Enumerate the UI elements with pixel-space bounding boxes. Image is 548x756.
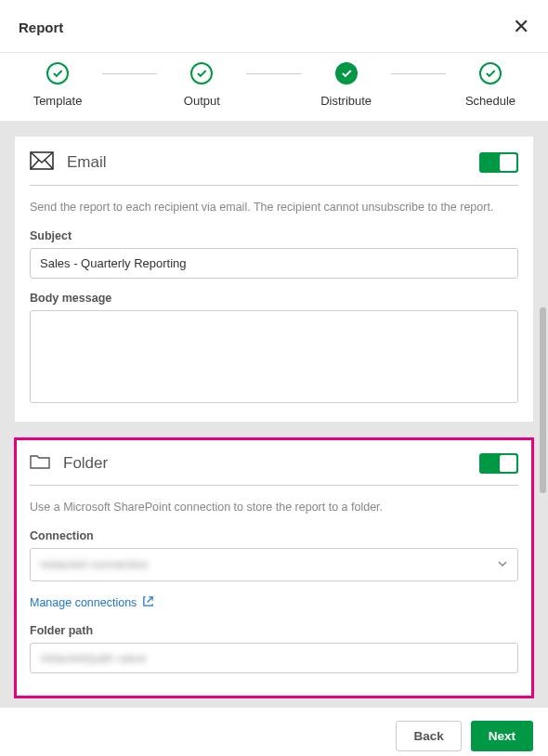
step-connector	[102, 73, 157, 74]
step-output[interactable]: Output	[161, 62, 242, 108]
close-icon: ✕	[513, 15, 529, 38]
folder-path-label: Folder path	[30, 624, 518, 637]
check-icon	[335, 62, 358, 85]
step-label: Distribute	[320, 94, 372, 108]
email-icon	[30, 151, 54, 174]
check-icon	[46, 62, 69, 85]
content-area[interactable]: Email Send the report to each recipient …	[0, 122, 548, 708]
check-icon	[190, 62, 213, 85]
step-label: Output	[184, 94, 220, 108]
manage-connections-link[interactable]: Manage connections	[30, 594, 518, 611]
email-card: Email Send the report to each recipient …	[15, 137, 533, 422]
toggle-knob	[500, 455, 516, 472]
step-connector	[246, 73, 301, 74]
manage-connections-label: Manage connections	[30, 596, 137, 609]
folder-card: Folder Use a Microsoft SharePoint connec…	[15, 438, 533, 697]
external-link-icon	[142, 594, 154, 611]
connection-select[interactable]: redacted connection	[30, 548, 518, 581]
step-schedule[interactable]: Schedule	[450, 62, 531, 108]
email-card-title: Email	[67, 153, 107, 172]
email-toggle[interactable]	[479, 152, 518, 173]
step-label: Schedule	[465, 94, 515, 108]
toggle-knob	[500, 154, 516, 171]
folder-path-input[interactable]: redacted/path value	[30, 643, 518, 673]
folder-card-header: Folder	[30, 453, 518, 486]
folder-description: Use a Microsoft SharePoint connection to…	[30, 499, 518, 516]
close-button[interactable]: ✕	[513, 17, 529, 37]
check-icon	[479, 62, 502, 85]
step-label: Template	[33, 94, 83, 108]
stepper: Template Output Distribute Schedule	[0, 52, 548, 122]
chevron-down-icon	[497, 556, 508, 573]
dialog-footer: Back Next	[0, 708, 548, 756]
email-description: Send the report to each recipient via em…	[30, 199, 518, 216]
subject-input[interactable]	[30, 248, 518, 279]
next-button[interactable]: Next	[471, 721, 533, 751]
body-label: Body message	[30, 292, 518, 305]
scrollbar-thumb[interactable]	[540, 307, 546, 493]
dialog-title: Report	[19, 20, 63, 35]
back-button[interactable]: Back	[396, 721, 461, 751]
folder-card-title: Folder	[63, 454, 108, 473]
step-distribute[interactable]: Distribute	[306, 62, 387, 108]
folder-icon	[30, 453, 50, 474]
subject-label: Subject	[30, 229, 518, 242]
folder-toggle[interactable]	[479, 453, 518, 474]
step-template[interactable]: Template	[17, 62, 98, 108]
body-textarea[interactable]	[30, 310, 518, 403]
step-connector	[391, 73, 446, 74]
connection-value: redacted connection	[40, 557, 149, 571]
connection-label: Connection	[30, 529, 518, 542]
folder-path-value: redacted/path value	[40, 651, 146, 665]
email-card-header: Email	[30, 151, 518, 186]
dialog-header: Report ✕	[0, 0, 548, 52]
